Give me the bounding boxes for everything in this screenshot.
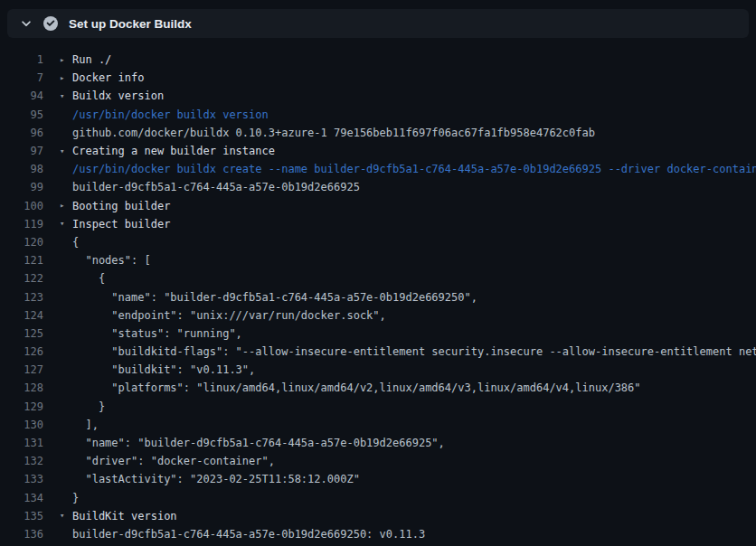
line-number[interactable]: 126 [0,345,43,358]
log-line-text: "endpoint": "unix:///var/run/docker.sock… [72,309,386,322]
log-line: 127 "buildkit": "v0.11.3", [0,361,756,379]
step-title: Set up Docker Buildx [69,17,192,31]
line-number[interactable]: 97 [0,145,43,157]
line-number[interactable]: 132 [0,455,43,467]
line-number[interactable]: 95 [0,108,43,121]
group-caret-icon: ▸ [60,56,72,64]
log-line-text: "name": "builder-d9cfb5a1-c764-445a-a57e… [72,437,445,449]
group-caret-icon: ▸ [60,202,72,210]
chevron-down-icon[interactable] [16,14,36,33]
log-group-header[interactable]: 97 ▾ Creating a new builder instance [0,142,756,160]
log-line: 99 builder-d9cfb5a1-c764-445a-a57e-0b19d… [0,178,756,196]
log-line-text: builder-d9cfb5a1-c764-445a-a57e-0b19d2e6… [72,528,425,541]
log-group-header[interactable]: 94 ▾ Buildx version [0,87,756,105]
log-line: 132 "driver": "docker-container", [0,452,756,470]
log-line: 120 { [0,233,756,251]
log-line: 125 "status": "running", [0,325,756,343]
line-number[interactable]: 119 [0,218,43,231]
log-line-text: "status": "running", [72,327,242,340]
log-group-header[interactable]: 135 ▾ BuildKit version [0,507,756,525]
line-number[interactable]: 121 [0,254,43,267]
log-line: 98 /usr/bin/docker buildx create --name … [0,160,756,178]
line-number[interactable]: 94 [0,89,43,102]
line-number[interactable]: 128 [0,381,43,394]
line-number[interactable]: 100 [0,200,43,212]
check-circle-icon [43,16,58,31]
step-header[interactable]: Set up Docker Buildx [7,9,749,38]
line-number[interactable]: 7 [0,71,43,84]
log-line: 129 } [0,398,756,416]
group-title[interactable]: BuildKit version [72,510,177,522]
log-container[interactable]: 1 ▸ Run ./ 7 ▸ Docker info 94 ▾ Buildx v… [0,51,756,546]
log-line-text: "name": "builder-d9cfb5a1-c764-445a-a57e… [72,291,477,304]
log-line: 95 /usr/bin/docker buildx version [0,106,756,124]
log-line: 122 { [0,269,756,287]
log-line: 130 ], [0,416,756,434]
group-title[interactable]: Inspect builder [72,218,170,231]
log-line: 96 github.com/docker/buildx 0.10.3+azure… [0,124,756,142]
group-caret-icon: ▾ [60,512,72,520]
log-line-text: /usr/bin/docker buildx create --name bui… [72,163,756,175]
line-number[interactable]: 135 [0,510,43,522]
log-line-text: /usr/bin/docker buildx version [72,108,269,121]
line-number[interactable]: 136 [0,528,43,541]
group-title[interactable]: Creating a new builder instance [72,145,275,157]
line-number[interactable]: 99 [0,181,43,193]
line-number[interactable]: 98 [0,163,43,175]
line-number[interactable]: 120 [0,236,43,249]
log-line-text: { [72,236,79,249]
group-caret-icon: ▾ [60,220,72,228]
line-number[interactable]: 134 [0,492,43,504]
group-title[interactable]: Buildx version [72,89,164,102]
log-line: 121 "nodes": [ [0,251,756,269]
log-line-text: } [72,400,105,413]
group-title[interactable]: Run ./ [72,53,111,66]
line-number[interactable]: 96 [0,127,43,139]
line-number[interactable]: 124 [0,309,43,322]
log-line: 123 "name": "builder-d9cfb5a1-c764-445a-… [0,287,756,306]
line-number[interactable]: 129 [0,400,43,413]
group-caret-icon: ▸ [60,74,72,82]
line-number[interactable]: 122 [0,272,43,285]
group-caret-icon: ▾ [60,92,72,100]
log-group-header[interactable]: 119 ▾ Inspect builder [0,215,756,233]
line-number[interactable]: 133 [0,473,43,485]
log-line-text: "platforms": "linux/amd64,linux/amd64/v2… [72,381,641,394]
line-number[interactable]: 125 [0,327,43,340]
log-line-text: github.com/docker/buildx 0.10.3+azure-1 … [72,127,595,139]
line-number[interactable]: 130 [0,419,43,431]
log-line-text: "buildkitd-flags": "--allow-insecure-ent… [72,345,756,358]
log-group-header[interactable]: 1 ▸ Run ./ [0,51,756,69]
log-line-text: "nodes": [ [72,254,151,267]
log-line: 131 "name": "builder-d9cfb5a1-c764-445a-… [0,434,756,452]
log-line-text: "lastActivity": "2023-02-25T11:58:12.000… [72,473,360,485]
group-title[interactable]: Booting builder [72,200,170,212]
line-number[interactable]: 131 [0,437,43,449]
line-number[interactable]: 1 [0,53,43,66]
line-number[interactable]: 127 [0,363,43,376]
log-line: 128 "platforms": "linux/amd64,linux/amd6… [0,379,756,397]
log-line: 136 builder-d9cfb5a1-c764-445a-a57e-0b19… [0,525,756,543]
log-line: 126 "buildkitd-flags": "--allow-insecure… [0,343,756,361]
group-caret-icon: ▾ [60,147,72,155]
log-line: 124 "endpoint": "unix:///var/run/docker.… [0,306,756,325]
log-line-text: ], [72,419,99,431]
log-line-text: builder-d9cfb5a1-c764-445a-a57e-0b19d2e6… [72,181,360,193]
log-line-text: } [72,492,79,504]
log-line-text: "driver": "docker-container", [72,455,275,467]
log-line: 134 } [0,489,756,507]
log-group-header[interactable]: 100 ▸ Booting builder [0,197,756,215]
log-line-text: "buildkit": "v0.11.3", [72,363,255,376]
log-group-header[interactable]: 7 ▸ Docker info [0,69,756,87]
log-line: 133 "lastActivity": "2023-02-25T11:58:12… [0,470,756,488]
line-number[interactable]: 123 [0,291,43,304]
group-title[interactable]: Docker info [72,71,144,84]
log-line-text: { [72,272,105,285]
